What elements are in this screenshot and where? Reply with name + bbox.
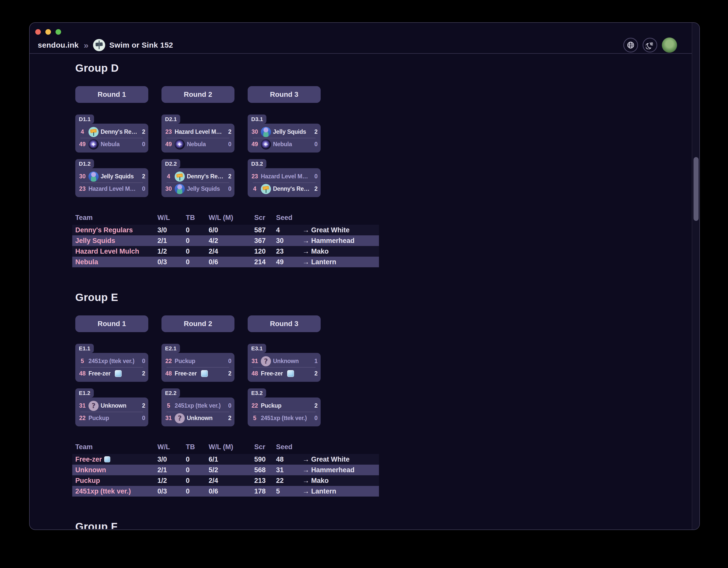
match-card[interactable]: 30Jelly Squids223Hazard Level M…0 (75, 168, 148, 197)
match: E3.131Unknown148Free-zer2 (248, 344, 321, 382)
match-card[interactable]: 23Hazard Level M…04Denny's Re…2 (248, 168, 321, 197)
match-id-badge[interactable]: E3.2 (248, 388, 266, 397)
team-name: Hazard Level M… (175, 129, 222, 135)
team-link-cell[interactable]: Denny's Regulars (72, 225, 157, 235)
zoom-button[interactable] (56, 29, 61, 35)
dennys-avatar (261, 184, 271, 194)
match-id-badge[interactable]: E1.2 (75, 388, 94, 397)
scr-cell: 213 (254, 475, 276, 486)
match-id-badge[interactable]: D2.1 (161, 115, 180, 124)
column-header: Seed (276, 443, 302, 454)
team-name: 2451xp (ttek ver.) (88, 358, 134, 364)
team-score: 2 (140, 173, 145, 180)
team-seed: 48 (165, 370, 173, 377)
match-card[interactable]: 30Jelly Squids249Nebula0 (248, 124, 321, 153)
match-id-badge[interactable]: E2.2 (161, 388, 180, 397)
match-card[interactable]: 31Unknown222Puckup0 (75, 397, 148, 426)
theme-toggle-button[interactable] (643, 38, 657, 52)
breadcrumb-tournament-title[interactable]: Swim or Sink 152 (109, 41, 173, 49)
match-card[interactable]: 4Denny's Re…249Nebula0 (75, 124, 148, 153)
team-seed: 5 (78, 358, 86, 364)
team-score: 0 (140, 141, 145, 148)
team-name: Unknown (101, 402, 126, 409)
team-link-cell[interactable]: Unknown (72, 465, 157, 475)
team-row: 4Denny's Re…2 (251, 183, 318, 195)
team-row: 31Unknown2 (78, 400, 145, 412)
match-id-badge[interactable]: D3.1 (248, 115, 266, 124)
scr-cell: 568 (254, 465, 276, 475)
round-button-1[interactable]: Round 1 (75, 315, 148, 332)
match-card[interactable]: 22Puckup048Free-zer2 (161, 353, 234, 382)
match-card[interactable]: 52451xp (ttek ver.)031Unknown2 (161, 397, 234, 426)
tb-cell: 0 (186, 486, 209, 497)
wlm-cell: 2/4 (209, 475, 254, 486)
match: D2.24Denny's Re…230Jelly Squids0 (161, 159, 234, 197)
team-row: 31Unknown1 (251, 355, 318, 367)
matches-grid: E1.152451xp (ttek ver.)048Free-zer2E2.12… (75, 344, 684, 426)
close-button[interactable] (35, 29, 41, 35)
round-button-2[interactable]: Round 2 (161, 86, 234, 103)
wl-cell: 2/1 (157, 465, 186, 475)
team-link-cell[interactable]: Nebula (72, 257, 157, 267)
team-name: Jelly Squids (101, 173, 134, 180)
match-card[interactable]: 52451xp (ttek ver.)048Free-zer2 (75, 353, 148, 382)
seed-cell: 48 (276, 454, 302, 465)
swim-logo-avatar[interactable] (93, 39, 105, 51)
site-header: sendou.ink » Swim or Sink 152 (30, 37, 699, 54)
match-id-badge[interactable]: E3.1 (248, 344, 266, 353)
round-button-3[interactable]: Round 3 (248, 315, 321, 332)
team-row: 4Denny's Re…2 (78, 126, 145, 138)
round-button-2[interactable]: Round 2 (161, 315, 234, 332)
team-link-cell[interactable]: Puckup (72, 475, 157, 486)
match-card[interactable]: 31Unknown148Free-zer2 (248, 353, 321, 382)
column-header: W/L (M) (209, 214, 254, 225)
match-id-badge[interactable]: E1.1 (75, 344, 94, 353)
team-row: 48Free-zer2 (165, 367, 231, 379)
match: D3.223Hazard Level M…04Denny's Re…2 (248, 159, 321, 197)
round-tabs: Round 1Round 2Round 3 (75, 86, 684, 103)
language-globe-button[interactable] (623, 38, 638, 52)
team-link-cell[interactable]: 2451xp (ttek ver.) (72, 486, 157, 497)
team-link-cell[interactable]: Hazard Level Mulch (72, 246, 157, 257)
team-name: Free-zer (261, 370, 283, 377)
match-card[interactable]: 23Hazard Level M…249Nebula0 (161, 124, 234, 153)
destination-cell: → Hammerhead (302, 235, 379, 246)
team-link-cell[interactable]: Jelly Squids (72, 235, 157, 246)
team-score: 2 (227, 173, 231, 180)
standings-table: TeamW/LTBW/L (M)ScrSeedFree-zer3/006/159… (72, 443, 379, 497)
round-button-1[interactable]: Round 1 (75, 86, 148, 103)
team-score: 2 (313, 186, 318, 192)
user-avatar[interactable] (662, 38, 677, 53)
match-card[interactable]: 4Denny's Re…230Jelly Squids0 (161, 168, 234, 197)
column-header: TB (186, 443, 209, 454)
match-id-badge[interactable]: D1.1 (75, 115, 94, 124)
team-score: 0 (313, 173, 318, 180)
match-id-badge[interactable]: D1.2 (75, 159, 94, 168)
destination-cell: → Lantern (302, 486, 379, 497)
wlm-cell: 6/0 (209, 225, 254, 235)
match-id-badge[interactable]: E2.1 (161, 344, 180, 353)
match-id-badge[interactable]: D3.2 (248, 159, 266, 168)
window-titlebar (30, 23, 699, 37)
team-name: Hazard Level M… (261, 173, 308, 180)
round-button-3[interactable]: Round 3 (248, 86, 321, 103)
team-link-cell[interactable]: Free-zer (72, 454, 157, 465)
destination-cell: → Mako (302, 246, 379, 257)
scrollbar-thumb[interactable] (694, 157, 699, 221)
tb-cell: 0 (186, 465, 209, 475)
team-score: 2 (313, 129, 318, 135)
match-card[interactable]: 22Puckup252451xp (ttek ver.)0 (248, 397, 321, 426)
breadcrumb-site-link[interactable]: sendou.ink (38, 41, 79, 49)
team-name: 2451xp (ttek ver.) (261, 415, 307, 421)
minimize-button[interactable] (45, 29, 51, 35)
team-seed: 4 (78, 129, 86, 135)
nebula-avatar (175, 139, 185, 150)
destination-cell: → Mako (302, 475, 379, 486)
match-id-badge[interactable]: D2.2 (161, 159, 180, 168)
team-row: 30Jelly Squids2 (251, 126, 318, 138)
team-seed: 31 (165, 415, 173, 421)
team-seed: 4 (251, 186, 259, 192)
column-header (302, 214, 379, 225)
scrollbar-track[interactable] (692, 23, 699, 529)
team-score: 0 (227, 186, 231, 192)
